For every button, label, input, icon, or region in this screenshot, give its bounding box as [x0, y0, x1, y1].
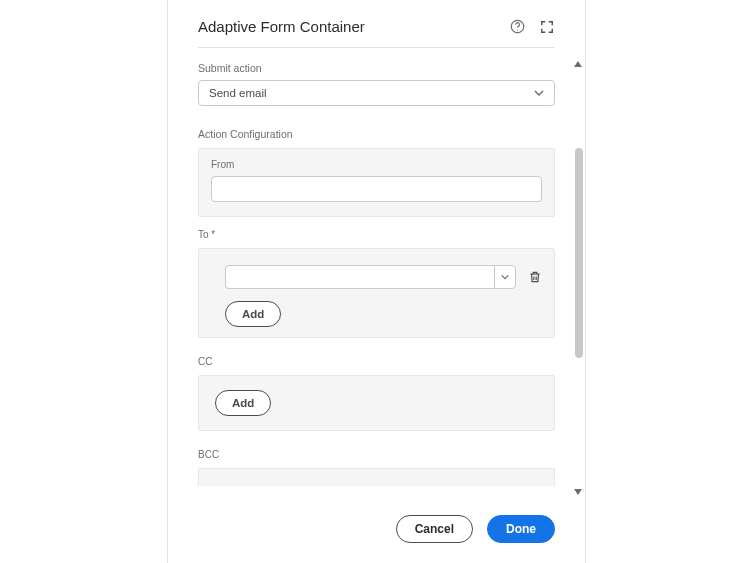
dialog-footer: Cancel Done	[168, 500, 585, 563]
help-icon[interactable]	[509, 19, 525, 35]
scroll-down-caret[interactable]	[573, 488, 583, 496]
fullscreen-icon[interactable]	[539, 19, 555, 35]
chevron-down-icon	[534, 88, 544, 98]
to-input[interactable]	[225, 265, 494, 289]
to-label: To *	[198, 229, 555, 240]
cancel-button[interactable]: Cancel	[396, 515, 473, 543]
submit-action-select[interactable]: Send email	[198, 80, 555, 106]
bcc-label: BCC	[198, 449, 555, 460]
to-panel: Add	[198, 248, 555, 338]
svg-point-1	[517, 29, 518, 30]
scrollbar-thumb[interactable]	[575, 148, 583, 358]
add-cc-button[interactable]: Add	[215, 390, 271, 416]
dialog-title: Adaptive Form Container	[198, 18, 365, 35]
submit-action-label: Submit action	[198, 62, 555, 74]
dialog-header: Adaptive Form Container	[198, 0, 555, 48]
from-label: From	[211, 159, 542, 170]
to-combo	[225, 265, 516, 289]
dialog-container: Adaptive Form Container Submit action Se…	[167, 0, 586, 563]
to-recipient-row	[225, 265, 542, 289]
scroll-up-caret[interactable]	[573, 60, 583, 68]
action-config-label: Action Configuration	[198, 128, 555, 140]
to-combo-toggle[interactable]	[494, 265, 516, 289]
trash-icon[interactable]	[528, 269, 542, 285]
dialog-body: Submit action Send email Action Configur…	[168, 48, 585, 500]
cc-label: CC	[198, 356, 555, 367]
submit-action-value: Send email	[209, 87, 267, 99]
done-button[interactable]: Done	[487, 515, 555, 543]
add-to-button[interactable]: Add	[225, 301, 281, 327]
header-actions	[509, 19, 555, 35]
from-input[interactable]	[211, 176, 542, 202]
from-panel: From	[198, 148, 555, 217]
cc-panel: Add	[198, 375, 555, 431]
bcc-panel	[198, 468, 555, 486]
scroll-area: Submit action Send email Action Configur…	[198, 48, 555, 500]
